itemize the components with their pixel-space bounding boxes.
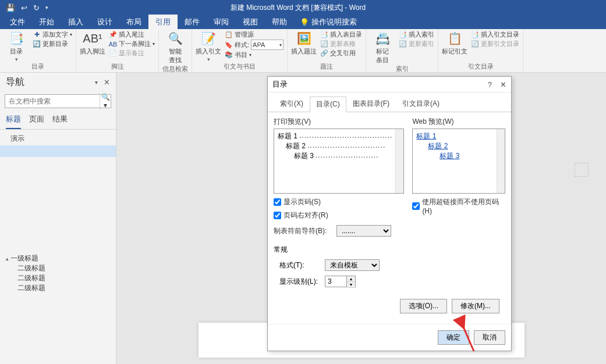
format-dropdown[interactable]: 来自模板 [325, 259, 380, 271]
levels-spinner[interactable]: ▲▼ [325, 276, 356, 287]
nav-dropdown-icon[interactable]: ▾ [95, 79, 98, 85]
dialog-tab-index[interactable]: 索引(X) [274, 96, 310, 112]
web-preview-label: Web 预览(W) [412, 117, 505, 127]
nav-search[interactable]: 🔍▾ [5, 94, 111, 108]
close-icon[interactable]: ✕ [500, 80, 506, 89]
next-icon: AB [109, 40, 117, 48]
tree-lvl2[interactable]: 二级标题 [6, 263, 110, 273]
web-preview-box: 标题 1 标题 2 标题 3 [412, 129, 505, 194]
help-icon[interactable]: ? [488, 80, 492, 89]
group-label-toc: 目录 [3, 62, 72, 72]
insert-table-figures-button[interactable]: 📑插入表目录 [320, 30, 362, 39]
update-toc-button[interactable]: 🔄更新目录 [33, 40, 72, 48]
undo-icon[interactable]: ↩ [21, 3, 27, 12]
tab-references[interactable]: 引用 [148, 15, 178, 30]
title-bar: 💾 ↩ ↻ ▾ 新建 Microsoft Word 文档 [兼容模式] - Wo… [0, 0, 606, 15]
show-notes-button[interactable]: 📄显示备注 [109, 49, 155, 58]
save-icon[interactable]: 💾 [6, 3, 15, 12]
style-icon: 🔖 [225, 41, 233, 49]
mark-entry-button[interactable]: 📇 标记 条目 [370, 30, 395, 65]
dialog-tab-toc[interactable]: 目录(C) [310, 97, 346, 112]
toa-icon: 📑 [471, 31, 479, 39]
scrollbar[interactable] [395, 129, 403, 193]
show-pagenum-checkbox[interactable]: 显示页码(S) [274, 197, 404, 207]
update-table-button[interactable]: 🔄更新表格 [320, 40, 362, 48]
nav-tab-pages[interactable]: 页面 [29, 114, 44, 129]
tree-lvl1[interactable]: 一级标题 [6, 254, 110, 263]
tab-insert[interactable]: 插入 [61, 15, 90, 30]
format-label: 格式(T): [279, 260, 320, 270]
levels-label: 显示级别(L): [279, 277, 320, 287]
insert-caption-button[interactable]: 🖼️ 插入题注 [291, 30, 317, 56]
bibliography-button[interactable]: 📚书目 ▾ [225, 51, 283, 59]
insert-citation-button[interactable]: 📝 插入引文 ▾ [196, 30, 221, 62]
insert-index-icon: 📑 [399, 31, 407, 39]
leader-dropdown[interactable]: ....... [336, 225, 391, 237]
manage-sources-button[interactable]: 📋管理源 [225, 30, 283, 39]
close-icon[interactable]: ✕ [104, 78, 110, 87]
search-button[interactable]: 🔍▾ [100, 93, 111, 109]
nav-item[interactable]: 演示 [0, 132, 116, 145]
tab-file[interactable]: 文件 [3, 15, 32, 30]
nav-tab-headings[interactable]: 标题 [6, 114, 21, 129]
tab-design[interactable]: 设计 [90, 15, 119, 30]
spin-down-icon[interactable]: ▼ [347, 282, 355, 288]
group-label-citation: 引文与书目 [196, 62, 283, 72]
toc-button[interactable]: 📑 目录 ▾ [3, 30, 29, 62]
search-input[interactable] [5, 97, 100, 105]
tab-mailings[interactable]: 邮件 [178, 15, 207, 30]
scrollbar[interactable] [497, 129, 505, 193]
tab-review[interactable]: 审阅 [207, 15, 236, 30]
group-label-toa: 引文目录 [442, 62, 519, 72]
right-align-checkbox[interactable]: 页码右对齐(R) [274, 210, 404, 220]
cancel-button[interactable]: 取消 [474, 330, 505, 345]
tab-view[interactable]: 视图 [236, 15, 265, 30]
mark-citation-icon: 📋 [446, 30, 463, 47]
dialog-tab-figures[interactable]: 图表目录(F) [346, 96, 396, 112]
toc-icon: 📑 [8, 30, 24, 47]
tree-lvl2[interactable]: 二级标题 [6, 273, 110, 283]
mark-citation-button[interactable]: 📋 标记引文 [442, 30, 467, 56]
print-preview-box: 标题 1....................................… [274, 129, 404, 194]
group-label-caption: 题注 [291, 62, 362, 72]
tab-help[interactable]: 帮助 [265, 15, 294, 30]
ok-button[interactable]: 确定 [438, 330, 469, 345]
nav-tab-results[interactable]: 结果 [52, 114, 68, 129]
modify-button[interactable]: 修改(M)... [452, 299, 499, 313]
options-button[interactable]: 选项(O)... [400, 299, 447, 313]
tell-me[interactable]: 💡 操作说明搜索 [300, 17, 357, 27]
insert-endnote-button[interactable]: 📌插入尾注 [109, 30, 155, 39]
tab-layout[interactable]: 布局 [119, 15, 148, 30]
citation-icon: 📝 [200, 30, 217, 47]
update-icon: 🔄 [320, 40, 328, 48]
tof-icon: 📑 [320, 31, 328, 39]
web-link: 标题 1 [416, 131, 501, 141]
smart-lookup-button[interactable]: 🔍 智能 查找 [162, 30, 188, 65]
leader-label: 制表符前导符(B): [274, 226, 332, 236]
corner-marker [575, 163, 589, 177]
tab-home[interactable]: 开始 [32, 15, 61, 30]
update-toa-button[interactable]: 🔄更新引文目录 [471, 40, 519, 48]
manage-icon: 📋 [225, 31, 233, 39]
insert-footnote-button[interactable]: AB¹ 插入脚注 [80, 30, 105, 56]
insert-index-button[interactable]: 📑插入索引 [399, 30, 434, 39]
spin-up-icon[interactable]: ▲ [347, 276, 355, 282]
tree-lvl2[interactable]: 二级标题 [6, 283, 110, 293]
mark-entry-icon: 📇 [374, 30, 391, 47]
ribbon-tabs: 文件 开始 插入 设计 布局 引用 邮件 审阅 视图 帮助 💡 操作说明搜索 [0, 15, 606, 29]
update-index-button[interactable]: 🔄更新索引 [399, 40, 434, 48]
nav-title: 导航 [6, 76, 24, 88]
insert-toa-button[interactable]: 📑插入引文目录 [471, 30, 519, 39]
update-icon: 🔄 [399, 40, 407, 48]
style-dropdown[interactable]: APA▾ [251, 40, 283, 50]
cross-reference-button[interactable]: 🔗交叉引用 [320, 49, 362, 58]
qat-dropdown-icon[interactable]: ▾ [45, 5, 48, 10]
nav-item-selected[interactable] [0, 145, 116, 157]
use-hyperlink-checkbox[interactable]: 使用超链接而不使用页码(H) [412, 197, 505, 215]
dialog-title: 目录 [272, 79, 288, 90]
redo-icon[interactable]: ↻ [33, 3, 40, 12]
levels-input[interactable] [325, 276, 346, 287]
next-footnote-button[interactable]: AB下一条脚注 ▾ [109, 40, 155, 48]
add-text-button[interactable]: ✚添加文字 ▾ [33, 30, 72, 39]
dialog-tab-authorities[interactable]: 引文目录(A) [396, 96, 446, 112]
